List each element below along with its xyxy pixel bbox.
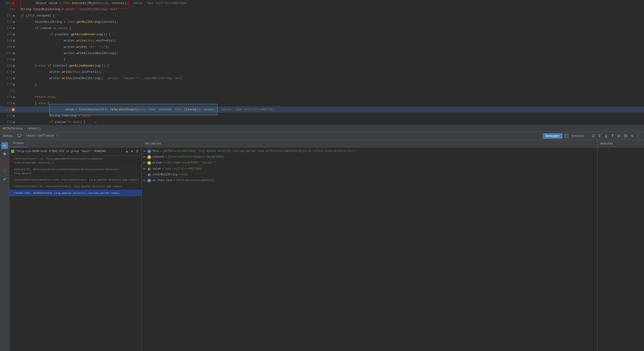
monitor-icon [17, 134, 22, 138]
debug-label: Debug: [3, 134, 14, 138]
resume-icon[interactable] [2, 142, 8, 149]
frame-item-1[interactable]: execute:87, ReferenceInsertionEventHandl… [9, 166, 142, 177]
watches-panel: Watches [598, 140, 644, 351]
var-icon-context: P [147, 155, 151, 159]
console-tab[interactable]: Console [568, 133, 586, 139]
var-icon-writer: P [147, 161, 151, 165]
var-icon-this: = [147, 150, 151, 153]
thread-controls: ▲ ▼ [124, 149, 140, 154]
thread-down-btn[interactable]: ▼ [130, 149, 134, 154]
thread-status-check: ✓ [11, 150, 14, 153]
debug-main: Frames ✓ "http-nio-8090-exec-8"@42,976 i… [0, 140, 644, 351]
variables-list: ▶ = this = {ASTReference@78284} "org.apa… [142, 147, 598, 351]
svg-rect-0 [18, 134, 21, 137]
edit-icon[interactable] [2, 176, 8, 182]
frame-item-4[interactable]: render:382, ASTReference (org.apache.vel… [9, 190, 142, 196]
code-line-167: 167 writer.write(localNullString); [0, 50, 644, 56]
code-line-159: 159 Object value = this.execute((Object)… [0, 0, 644, 6]
frames-panel: Frames ✓ "http-nio-8090-exec-8"@42,976 i… [9, 140, 142, 351]
remote-session-tag: remote confluence × [24, 134, 60, 138]
debugger-tab[interactable]: Debugger [543, 133, 563, 139]
evaluate-icon[interactable] [623, 134, 628, 138]
svg-text:=: = [148, 174, 150, 176]
var-item-this: ▶ = this = {ASTReference@78284} "org.apa… [142, 148, 598, 154]
code-line-171: 171 writer.write(localNullString); write… [0, 75, 644, 81]
restore-layout-icon[interactable]: ⊡ [630, 134, 634, 138]
var-item-value: ▶ = value = "aaa'+#{2*1}+\u0027bbb" [142, 166, 598, 172]
code-line-163: 163 if (value == null) { [0, 25, 644, 31]
breakpoint-159[interactable] [12, 2, 15, 5]
breadcrumb-method[interactable]: render() [27, 127, 41, 130]
thread-dropdown-arrow[interactable]: ▾ [121, 150, 122, 153]
code-editor: 159 Object value = this.execute((Object)… [0, 0, 644, 125]
var-expand-this[interactable]: ▶ [144, 149, 147, 153]
var-icon-rsvc: oo [147, 179, 151, 182]
code-line-173: 173 [0, 88, 644, 94]
var-item-rsvc: ▶ oo oo this.rsvc = {RuntimeInstance@482… [142, 178, 598, 183]
var-expand-value[interactable]: ▶ [144, 167, 147, 171]
svg-rect-7 [5, 153, 6, 155]
variables-panel: Variables ▶ = this = {ASTReference@78284… [142, 140, 598, 351]
thread-name: "http-nio-8090-exec-8"@42,976 in group "… [16, 150, 120, 153]
watches-header: Watches [598, 140, 644, 147]
code-line-178: 178 if (value != null) { [0, 119, 644, 125]
var-icon-localnullstring: = [147, 173, 151, 177]
svg-rect-3 [565, 134, 568, 138]
step-into-icon[interactable] [604, 134, 608, 138]
add-watch-this[interactable]: + [355, 149, 357, 153]
svg-rect-6 [4, 153, 4, 155]
var-icon-value: = [147, 167, 151, 171]
rerun-icon[interactable] [2, 167, 8, 174]
var-item-context: ▶ P context = {InternalContextAdapterImp… [142, 154, 598, 160]
svg-text:=: = [148, 168, 150, 170]
code-line-177: 177 String toString = null; [0, 113, 644, 119]
code-line-168: 168 } [0, 56, 644, 63]
console-icon [564, 134, 568, 138]
code-line-162: 162 localNullString = this.getNullString… [0, 19, 644, 25]
frame-item-3[interactable]: referenceInsert:97, EventHandlerUtil (or… [9, 183, 142, 190]
code-line-165: 165 writer.write(this.escPrefix); [0, 38, 644, 44]
step-breakpoint-176[interactable] [12, 108, 15, 111]
code-line-160: 160 String localNullString = null; local… [0, 6, 644, 13]
var-item-localnullstring: = localNullString = null [142, 172, 598, 178]
code-line-166: 166 writer.write( str: "\\"); [0, 44, 644, 50]
var-expand-rsvc[interactable]: ▶ [144, 178, 147, 183]
code-line-169: 169 } else if (context.getAllowRendering… [0, 63, 644, 69]
vertical-sidebar [0, 140, 9, 351]
code-line-170: 170 writer.write(this.escPrefix); [0, 69, 644, 75]
frame-item-2[interactable]: iterateOverEventHandlers:444, EventHandl… [9, 177, 142, 183]
frames-tab[interactable]: Frames [9, 140, 28, 147]
svg-rect-8 [4, 161, 6, 163]
var-expand-context[interactable]: ▶ [144, 155, 147, 159]
breadcrumb-class[interactable]: ASTReference [3, 127, 23, 130]
thread-up-btn[interactable]: ▲ [124, 149, 130, 154]
step-over-icon[interactable] [597, 134, 602, 138]
stop-icon[interactable] [2, 159, 8, 166]
close-session-button[interactable]: × [56, 134, 57, 138]
run-to-cursor-icon[interactable] [617, 134, 621, 138]
thread-filter-btn[interactable] [134, 149, 140, 154]
settings-icon[interactable]: ⋮ [636, 134, 641, 138]
var-expand-writer[interactable]: ▶ [144, 161, 147, 165]
var-expand-localnullstring [144, 172, 147, 177]
var-item-writer: ▶ P writer = {StringWriter@79955} "value… [142, 160, 598, 166]
frames-list: referenceInsert:23, PolicyBasedReference… [9, 156, 142, 351]
code-line-164: 164 if (context.getAllowRendering()) { [0, 31, 644, 38]
debug-bar: Debug: remote confluence × Debugger Cons… [0, 132, 644, 140]
pause-icon[interactable] [2, 151, 8, 157]
remote-session-label: remote confluence [26, 134, 54, 138]
code-line-172: 172 } [0, 81, 644, 88]
code-line-174: 174 return true; [0, 94, 644, 100]
variables-header: Variables [142, 140, 598, 147]
layout-icon[interactable]: ☰ [591, 134, 595, 138]
breadcrumb: ASTReference › render() [0, 125, 644, 132]
frames-panel-tabs: Frames [9, 140, 142, 147]
code-line-176: 176 value = EventHandlerUtil.referenceIn… [0, 106, 644, 113]
thread-selector[interactable]: ✓ "http-nio-8090-exec-8"@42,976 in group… [9, 147, 142, 156]
step-out-icon[interactable] [610, 134, 615, 138]
code-line-161: 161 if (this.escaped) { [0, 13, 644, 19]
frame-item-0[interactable]: referenceInsert:23, PolicyBasedReference… [9, 156, 142, 166]
